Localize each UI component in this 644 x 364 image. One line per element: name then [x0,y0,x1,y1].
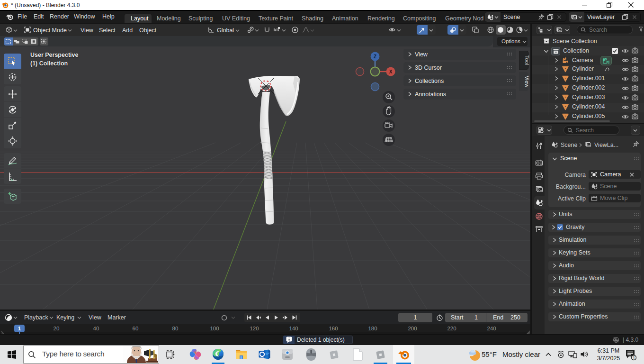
svg-text:X: X [389,69,393,74]
svg-text:1: 1 [633,355,635,360]
svg-text:Z: Z [374,54,376,59]
svg-text:View: View [524,76,529,88]
svg-text:Tool: Tool [524,55,529,65]
